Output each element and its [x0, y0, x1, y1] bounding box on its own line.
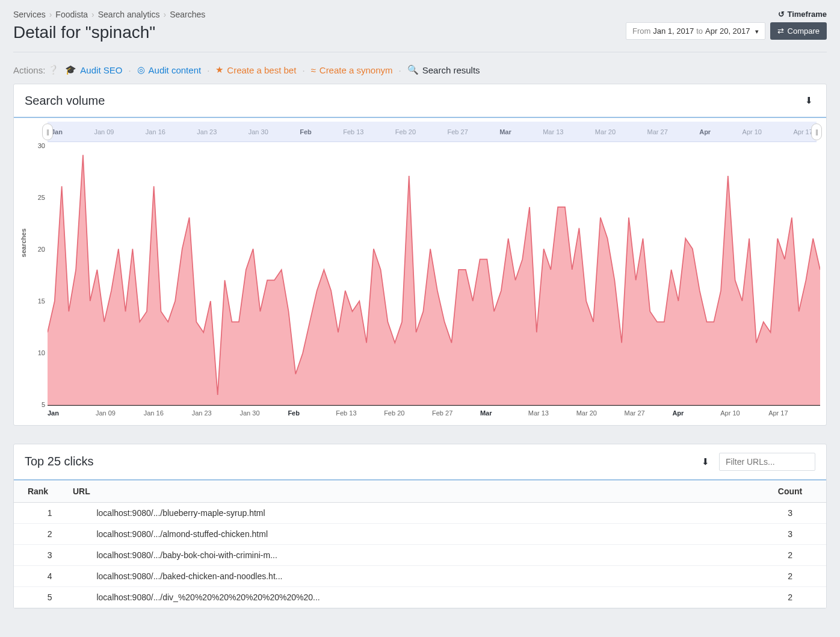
cell-count: 3 [755, 523, 827, 544]
download-icon: ⬇ [702, 456, 709, 467]
navigator-handle-right[interactable]: ‖ [811, 123, 822, 140]
timeframe-picker[interactable]: From Jan 1, 2017 to Apr 20, 2017 [626, 22, 765, 40]
timeframe-to-word: to [696, 26, 703, 36]
timeframe-from-date: Jan 1, 2017 [653, 26, 694, 36]
page-title: Detail for "spinach" [13, 23, 205, 42]
breadcrumb-sep: › [49, 10, 52, 19]
col-url[interactable]: URL [62, 480, 754, 503]
star-icon: ★ [215, 64, 223, 75]
cell-url: localhost:9080/.../div_%20%20%20%20%20%2… [85, 586, 754, 607]
action-bar: Actions: ❔ 🎓 Audit SEO · ◎ Audit content… [13, 62, 827, 84]
y-axis-ticks: 30252015105 [29, 142, 45, 408]
approx-icon: ≈ [311, 65, 316, 75]
timeframe-to-date: Apr 20, 2017 [705, 26, 750, 36]
cell-rank: 3 [14, 544, 85, 565]
table-row[interactable]: 5localhost:9080/.../div_%20%20%20%20%20%… [14, 586, 826, 607]
cell-count: 2 [755, 565, 827, 586]
cell-rank: 5 [14, 586, 85, 607]
breadcrumb-item[interactable]: Search analytics [98, 10, 160, 19]
create-best-bet-action[interactable]: ★ Create a best bet [215, 64, 296, 75]
create-synonym-action[interactable]: ≈ Create a synonym [311, 65, 393, 75]
cell-count: 3 [755, 503, 827, 524]
search-volume-chart [48, 144, 820, 407]
cell-url: localhost:9080/.../baked-chicken-and-noo… [85, 565, 754, 586]
col-count[interactable]: Count [754, 480, 826, 503]
chevron-down-icon [753, 26, 759, 36]
clicks-scroll[interactable]: 1localhost:9080/.../blueberry-maple-syru… [14, 503, 826, 608]
history-icon: ↺ [778, 10, 785, 19]
table-row[interactable]: 2localhost:9080/.../almond-stuffed-chick… [14, 523, 826, 544]
target-icon: ◎ [137, 64, 145, 75]
search-icon: 🔍 [407, 64, 419, 75]
breadcrumb-item[interactable]: Foodista [55, 10, 88, 19]
breadcrumb-item: Searches [170, 10, 205, 19]
y-axis-label: searches [20, 228, 27, 257]
cell-rank: 1 [14, 503, 85, 524]
top-clicks-title: Top 25 clicks [25, 455, 94, 468]
cell-url: localhost:9080/.../baby-bok-choi-with-cr… [85, 544, 754, 565]
table-row[interactable]: 1localhost:9080/.../blueberry-maple-syru… [14, 503, 826, 524]
breadcrumb-item[interactable]: Services [13, 10, 46, 19]
download-chart-button[interactable]: ⬇ [803, 93, 815, 108]
filter-urls-input[interactable] [719, 453, 815, 471]
audit-content-action[interactable]: ◎ Audit content [137, 64, 202, 75]
cell-count: 2 [755, 586, 827, 607]
x-axis-ticks: JanJan 09Jan 16Jan 23Jan 30FebFeb 13Feb … [48, 409, 820, 417]
clicks-table: Rank URL Count [14, 480, 826, 503]
breadcrumb: Services›Foodista›Search analytics›Searc… [13, 10, 205, 19]
divider [13, 52, 827, 52]
navigator-handle-left[interactable]: ‖ [42, 123, 53, 140]
search-results-action[interactable]: 🔍 Search results [407, 64, 480, 75]
breadcrumb-sep: › [163, 10, 166, 19]
col-rank[interactable]: Rank [14, 480, 62, 503]
actions-label: Actions: ❔ [13, 64, 59, 75]
top-clicks-panel: Top 25 clicks ⬇ Rank URL Count 1localhos… [13, 444, 827, 609]
cell-url: localhost:9080/.../almond-stuffed-chicke… [85, 523, 754, 544]
cell-count: 2 [755, 544, 827, 565]
download-icon: ⬇ [805, 95, 813, 105]
cell-rank: 2 [14, 523, 85, 544]
table-row[interactable]: 4localhost:9080/.../baked-chicken-and-no… [14, 565, 826, 586]
cell-rank: 4 [14, 565, 85, 586]
cell-url: localhost:9080/.../blueberry-maple-syrup… [85, 503, 754, 524]
audit-seo-action[interactable]: 🎓 Audit SEO [65, 64, 122, 75]
search-volume-title: Search volume [25, 94, 105, 108]
help-icon[interactable]: ❔ [48, 64, 59, 75]
search-volume-panel: Search volume ⬇ JanJan 09Jan 16Jan 23Jan… [13, 84, 827, 426]
graduation-cap-icon: 🎓 [65, 64, 76, 75]
timeframe-label: ↺ Timeframe [778, 10, 827, 19]
table-row[interactable]: 3localhost:9080/.../baby-bok-choi-with-c… [14, 544, 826, 565]
chart-navigator[interactable]: JanJan 09Jan 16Jan 23Jan 30FebFeb 13Feb … [48, 122, 817, 142]
compare-button[interactable]: ⇄ Compare [770, 22, 827, 40]
compare-icon: ⇄ [777, 26, 784, 36]
timeframe-from-word: From [632, 26, 650, 36]
breadcrumb-sep: › [91, 10, 94, 19]
download-clicks-button[interactable]: ⬇ [699, 454, 712, 470]
